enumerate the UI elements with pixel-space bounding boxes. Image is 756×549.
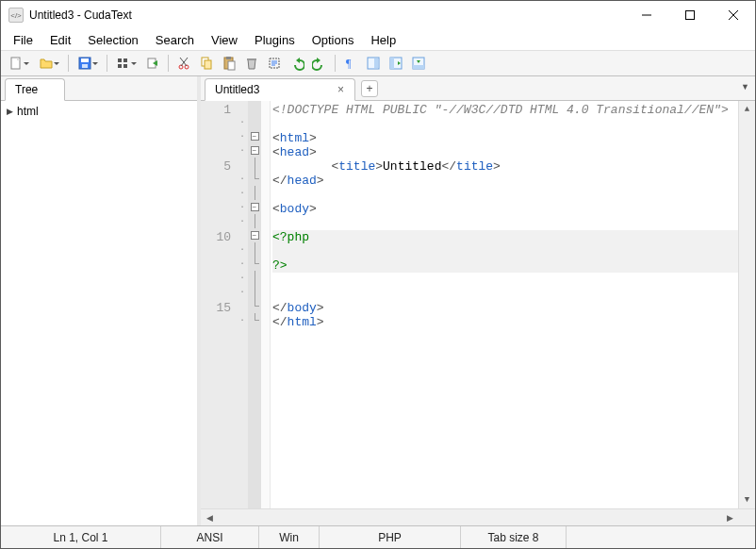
scroll-left-icon[interactable]: ◀ [201, 509, 218, 525]
save-file-button[interactable] [74, 53, 102, 74]
menu-bar: File Edit Selection Search View Plugins … [1, 29, 755, 50]
toolbar-separator [168, 55, 169, 72]
unprinted-button[interactable]: ¶ [340, 53, 361, 74]
gutter-padding [261, 101, 271, 508]
svg-marker-29 [317, 58, 320, 63]
svg-rect-23 [247, 58, 256, 60]
svg-rect-34 [390, 58, 394, 69]
editor-area[interactable]: 151015 ············ −−−− <!DOCTYPE HTML … [201, 101, 755, 508]
svg-text:¶: ¶ [346, 57, 352, 70]
scroll-corner [738, 509, 755, 526]
tree-body[interactable]: ▶ html [1, 101, 197, 525]
horizontal-scrollbar[interactable]: ◀ ▶ [201, 508, 755, 525]
svg-rect-12 [123, 64, 127, 68]
code-area[interactable]: <!DOCTYPE HTML PUBLIC "-//W3C//DTD HTML … [271, 101, 738, 508]
svg-rect-1 [686, 11, 695, 20]
menu-edit[interactable]: Edit [41, 31, 79, 49]
svg-rect-7 [81, 58, 89, 62]
tree-root-label: html [17, 105, 39, 118]
menu-help[interactable]: Help [362, 31, 404, 49]
svg-rect-37 [413, 65, 424, 69]
tree-caret-icon: ▶ [7, 107, 13, 116]
maximize-button[interactable] [668, 1, 712, 29]
menu-view[interactable]: View [203, 31, 246, 49]
tree-tab[interactable]: Tree [5, 78, 65, 101]
document-tab-row: Untitled3 × + ▼ [201, 76, 755, 101]
minimize-button[interactable] [625, 1, 668, 29]
close-button[interactable] [712, 1, 755, 29]
svg-rect-11 [118, 64, 122, 68]
scroll-right-icon[interactable]: ▶ [721, 509, 738, 525]
menu-search[interactable]: Search [147, 31, 203, 49]
svg-rect-8 [82, 64, 88, 68]
undo-button[interactable] [287, 53, 307, 74]
title-bar: </> Untitled3 - CudaText [1, 1, 755, 29]
side-panel-button[interactable] [386, 53, 406, 74]
open-file-button[interactable] [35, 53, 63, 74]
scroll-down-icon[interactable]: ▼ [739, 491, 755, 508]
document-tab-active[interactable]: Untitled3 × [205, 78, 355, 101]
gutter-fold[interactable]: −−−− [248, 101, 261, 508]
toolbar: ¶ [1, 50, 755, 76]
menu-plugins[interactable]: Plugins [246, 31, 304, 49]
svg-rect-19 [205, 60, 211, 69]
status-encoding[interactable]: ANSI [161, 526, 259, 548]
new-tab-button[interactable]: + [361, 80, 378, 97]
system-menu-button[interactable] [112, 53, 140, 74]
vertical-scrollbar[interactable]: ▲ ▼ [738, 101, 755, 508]
gutter-line-numbers: 151015 [201, 101, 237, 508]
minimap-button[interactable] [363, 53, 384, 74]
window-controls [625, 1, 755, 29]
select-all-button[interactable] [264, 53, 285, 74]
gutter-bookmarks: ············ [237, 101, 248, 508]
svg-rect-32 [374, 58, 378, 68]
side-tab-row: Tree [1, 76, 197, 101]
new-file-button[interactable] [5, 53, 33, 74]
copy-button[interactable] [196, 53, 217, 74]
tab-close-icon[interactable]: × [335, 83, 347, 96]
tab-overflow-icon[interactable]: ▼ [741, 82, 749, 92]
menu-file[interactable]: File [5, 31, 41, 49]
svg-rect-9 [118, 58, 122, 62]
goto-button[interactable] [142, 53, 163, 74]
status-message [567, 526, 755, 548]
app-icon: </> [8, 8, 24, 23]
toolbar-separator [335, 55, 336, 72]
status-position[interactable]: Ln 1, Col 1 [1, 526, 161, 548]
redo-button[interactable] [309, 53, 330, 74]
svg-rect-22 [228, 61, 235, 70]
bottom-panel-button[interactable] [408, 53, 429, 74]
document-tab-label: Untitled3 [215, 83, 259, 96]
scroll-track-h[interactable] [218, 509, 721, 525]
status-bar: Ln 1, Col 1 ANSI Win PHP Tab size 8 [1, 525, 755, 548]
svg-marker-28 [296, 58, 300, 63]
status-line-endings[interactable]: Win [259, 526, 320, 548]
menu-selection[interactable]: Selection [79, 31, 146, 49]
delete-button[interactable] [241, 53, 262, 74]
menu-options[interactable]: Options [304, 31, 363, 49]
svg-rect-21 [226, 57, 231, 59]
paste-button[interactable] [219, 53, 239, 74]
svg-rect-10 [123, 58, 127, 62]
window-title: Untitled3 - CudaText [29, 8, 625, 22]
status-lexer[interactable]: PHP [320, 526, 461, 548]
toolbar-separator [107, 55, 107, 72]
status-tabsize[interactable]: Tab size 8 [461, 526, 567, 548]
scroll-up-icon[interactable]: ▲ [739, 101, 755, 118]
tree-root-item[interactable]: ▶ html [7, 105, 191, 118]
main-area: Tree ▶ html Untitled3 × + ▼ 151015 ·····… [1, 76, 755, 525]
side-panel: Tree ▶ html [1, 76, 197, 525]
scroll-track[interactable] [739, 118, 755, 491]
toolbar-separator [68, 55, 69, 72]
cut-button[interactable] [173, 53, 194, 74]
editor-pane: Untitled3 × + ▼ 151015 ············ −−−−… [201, 76, 755, 525]
